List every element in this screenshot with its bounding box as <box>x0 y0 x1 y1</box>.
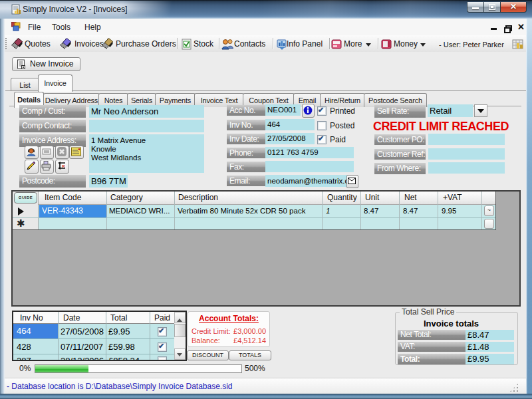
svg-text:R: R <box>62 164 65 168</box>
